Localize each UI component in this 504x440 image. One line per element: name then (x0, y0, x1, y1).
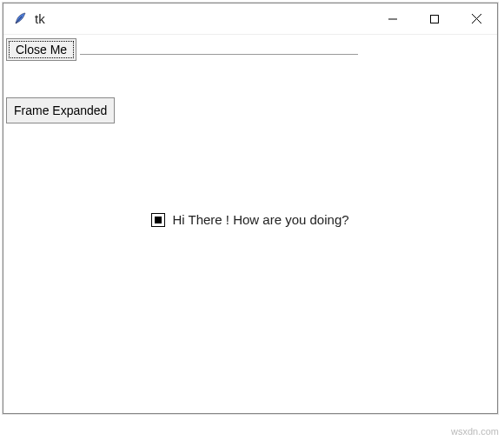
close-me-button[interactable]: Close Me (6, 38, 76, 61)
app-window: tk Close Me Frame Expanded Hi There ! Ho… (3, 3, 498, 414)
separator-line (80, 54, 358, 55)
minimize-button[interactable] (372, 3, 414, 35)
checkbox-checked-icon (155, 217, 162, 223)
greeting-checkbox-row: Hi There ! How are you doing? (3, 212, 497, 227)
app-feather-icon (12, 11, 28, 27)
maximize-button[interactable] (414, 3, 455, 35)
titlebar: tk (3, 3, 497, 35)
window-title: tk (35, 11, 45, 26)
greeting-label: Hi There ! How are you doing? (172, 212, 348, 227)
greeting-checkbox[interactable] (151, 213, 165, 227)
watermark-text: wsxdn.com (451, 426, 499, 437)
frame-expanded-button[interactable]: Frame Expanded (6, 97, 115, 123)
svg-rect-2 (431, 15, 439, 23)
client-area: Close Me Frame Expanded Hi There ! How a… (3, 35, 497, 413)
window-close-button[interactable] (455, 3, 497, 35)
